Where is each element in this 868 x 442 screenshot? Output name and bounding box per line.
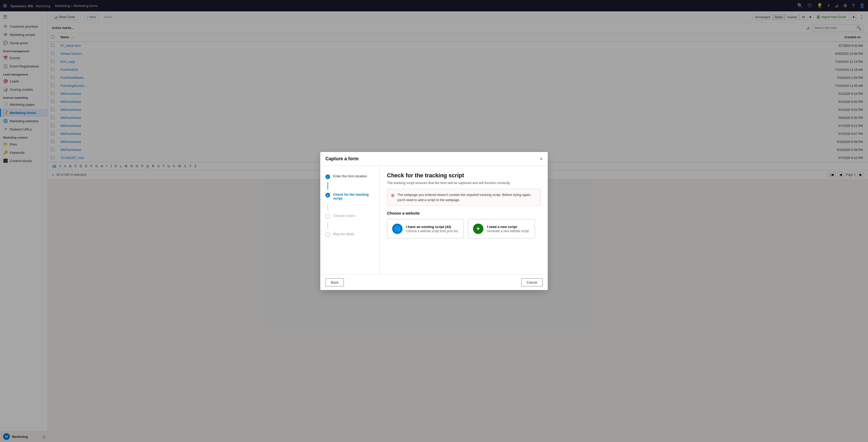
step-4-indicator: [326, 232, 330, 237]
step-2-indicator: ●: [326, 193, 330, 197]
wizard-content: Check for the tracking script The tracki…: [380, 166, 548, 275]
wizard-content-description: The tracking script ensures that the for…: [387, 181, 540, 185]
capture-form-modal: Capture a form × ✓ Enter the form locati…: [320, 152, 548, 290]
step-connector-1: [328, 182, 328, 189]
error-banner: ⊗ The webpage you entered doesn't contai…: [387, 189, 540, 206]
cancel-button[interactable]: Cancel: [521, 278, 542, 286]
modal-title: Capture a form: [326, 156, 359, 162]
choose-website-title: Choose a website: [387, 211, 540, 215]
modal-close-button[interactable]: ×: [540, 157, 542, 161]
error-text: The webpage you entered doesn't contain …: [397, 192, 537, 202]
modal-header: Capture a form ×: [320, 152, 548, 166]
website-options: 🌐 I have an existing script (43) Choose …: [387, 219, 540, 239]
new-script-info: I need a new script Generate a new websi…: [487, 225, 530, 233]
new-script-desc: Generate a new website script.: [487, 229, 530, 233]
new-script-option[interactable]: + I need a new script Generate a new web…: [468, 219, 535, 239]
new-script-icon: +: [473, 224, 484, 234]
wizard-content-title: Check for the tracking script: [387, 172, 540, 179]
modal-body: ✓ Enter the form location ● Check for th…: [320, 166, 548, 275]
new-script-label: I need a new script: [487, 225, 530, 229]
wizard-step-1: ✓ Enter the form location: [320, 171, 379, 182]
modal-footer: Back Cancel: [320, 275, 548, 290]
existing-script-label: I have an existing script (43): [406, 225, 459, 229]
step-connector-2: [328, 203, 328, 211]
footer-right: Cancel: [521, 278, 542, 286]
existing-script-desc: Choose a website script from your list.: [406, 229, 459, 233]
back-button[interactable]: Back: [326, 278, 344, 286]
existing-script-option[interactable]: 🌐 I have an existing script (43) Choose …: [387, 219, 464, 239]
step-connector-3: [328, 222, 328, 229]
existing-script-icon: 🌐: [392, 224, 402, 234]
step-3-indicator: [326, 214, 330, 219]
step-1-indicator: ✓: [326, 175, 330, 179]
wizard-steps: ✓ Enter the form location ● Check for th…: [320, 166, 380, 275]
modal-overlay: Capture a form × ✓ Enter the form locati…: [0, 0, 868, 442]
wizard-step-4: Map the fields: [320, 229, 379, 240]
error-icon: ⊗: [391, 193, 395, 198]
footer-left: Back: [326, 278, 344, 286]
existing-script-info: I have an existing script (43) Choose a …: [406, 225, 459, 233]
wizard-step-3: Choose a form: [320, 211, 379, 222]
wizard-step-2: ● Check for the tracking script: [320, 189, 379, 203]
